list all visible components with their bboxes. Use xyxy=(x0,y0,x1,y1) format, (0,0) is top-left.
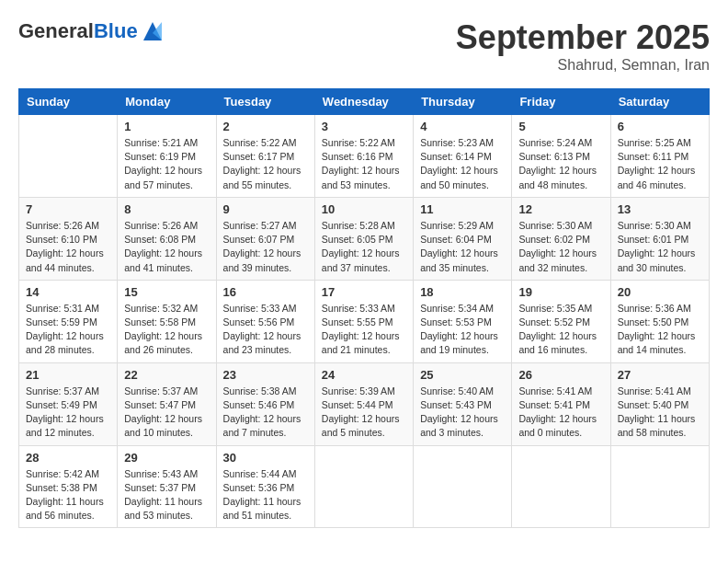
day-number: 26 xyxy=(518,368,603,382)
day-number: 13 xyxy=(618,202,702,216)
calendar-cell: 14Sunrise: 5:31 AM Sunset: 5:59 PM Dayli… xyxy=(19,280,118,362)
calendar-cell: 21Sunrise: 5:37 AM Sunset: 5:49 PM Dayli… xyxy=(19,362,118,445)
weekday-header: Tuesday xyxy=(216,89,314,115)
calendar-cell: 15Sunrise: 5:32 AM Sunset: 5:58 PM Dayli… xyxy=(118,280,216,362)
calendar-cell: 16Sunrise: 5:33 AM Sunset: 5:56 PM Dayli… xyxy=(216,280,314,362)
day-info: Sunrise: 5:38 AM Sunset: 5:46 PM Dayligh… xyxy=(223,385,308,441)
day-number: 11 xyxy=(420,202,505,216)
calendar-cell: 8Sunrise: 5:26 AM Sunset: 6:08 PM Daylig… xyxy=(118,197,216,280)
day-number: 1 xyxy=(124,120,209,133)
day-number: 6 xyxy=(618,120,702,133)
weekday-header: Friday xyxy=(512,89,610,115)
day-number: 2 xyxy=(223,120,308,133)
day-info: Sunrise: 5:22 AM Sunset: 6:16 PM Dayligh… xyxy=(322,136,406,192)
calendar-cell: 3Sunrise: 5:22 AM Sunset: 6:16 PM Daylig… xyxy=(314,115,413,198)
calendar-cell: 25Sunrise: 5:40 AM Sunset: 5:43 PM Dayli… xyxy=(414,362,512,445)
day-info: Sunrise: 5:22 AM Sunset: 6:17 PM Dayligh… xyxy=(223,136,308,192)
calendar-week-row: 28Sunrise: 5:42 AM Sunset: 5:38 PM Dayli… xyxy=(19,445,710,528)
day-number: 12 xyxy=(518,202,603,216)
calendar-cell xyxy=(19,115,118,198)
day-number: 18 xyxy=(420,285,505,299)
calendar-cell: 18Sunrise: 5:34 AM Sunset: 5:53 PM Dayli… xyxy=(414,280,512,362)
day-info: Sunrise: 5:24 AM Sunset: 6:13 PM Dayligh… xyxy=(518,136,603,192)
calendar-cell: 7Sunrise: 5:26 AM Sunset: 6:10 PM Daylig… xyxy=(19,197,118,280)
calendar-cell: 13Sunrise: 5:30 AM Sunset: 6:01 PM Dayli… xyxy=(610,197,709,280)
day-info: Sunrise: 5:36 AM Sunset: 5:50 PM Dayligh… xyxy=(618,302,702,358)
day-info: Sunrise: 5:43 AM Sunset: 5:37 PM Dayligh… xyxy=(124,467,209,523)
calendar-cell: 27Sunrise: 5:41 AM Sunset: 5:40 PM Dayli… xyxy=(610,362,709,445)
calendar-cell: 19Sunrise: 5:35 AM Sunset: 5:52 PM Dayli… xyxy=(512,280,610,362)
day-number: 4 xyxy=(420,120,505,133)
day-number: 30 xyxy=(223,451,308,465)
day-number: 17 xyxy=(322,285,406,299)
calendar-cell: 20Sunrise: 5:36 AM Sunset: 5:50 PM Dayli… xyxy=(610,280,709,362)
day-number: 28 xyxy=(26,451,110,465)
calendar-week-row: 7Sunrise: 5:26 AM Sunset: 6:10 PM Daylig… xyxy=(19,197,710,280)
day-number: 22 xyxy=(124,368,209,382)
weekday-header: Wednesday xyxy=(314,89,413,115)
day-info: Sunrise: 5:35 AM Sunset: 5:52 PM Dayligh… xyxy=(518,302,603,358)
calendar-week-row: 1Sunrise: 5:21 AM Sunset: 6:19 PM Daylig… xyxy=(19,115,710,198)
calendar-cell: 12Sunrise: 5:30 AM Sunset: 6:02 PM Dayli… xyxy=(512,197,610,280)
calendar-cell: 26Sunrise: 5:41 AM Sunset: 5:41 PM Dayli… xyxy=(512,362,610,445)
weekday-header: Sunday xyxy=(19,89,118,115)
day-info: Sunrise: 5:30 AM Sunset: 6:01 PM Dayligh… xyxy=(618,219,702,275)
calendar-cell: 4Sunrise: 5:23 AM Sunset: 6:14 PM Daylig… xyxy=(414,115,512,198)
logo-general: General xyxy=(18,19,94,42)
day-info: Sunrise: 5:30 AM Sunset: 6:02 PM Dayligh… xyxy=(518,219,603,275)
calendar-cell: 11Sunrise: 5:29 AM Sunset: 6:04 PM Dayli… xyxy=(414,197,512,280)
weekday-header: Thursday xyxy=(414,89,512,115)
day-number: 9 xyxy=(223,202,308,216)
day-info: Sunrise: 5:32 AM Sunset: 5:58 PM Dayligh… xyxy=(124,302,209,358)
day-number: 5 xyxy=(518,120,603,133)
logo-icon xyxy=(140,18,165,44)
calendar-cell: 28Sunrise: 5:42 AM Sunset: 5:38 PM Dayli… xyxy=(19,445,118,528)
day-info: Sunrise: 5:25 AM Sunset: 6:11 PM Dayligh… xyxy=(618,136,702,192)
calendar-cell: 10Sunrise: 5:28 AM Sunset: 6:05 PM Dayli… xyxy=(314,197,413,280)
day-info: Sunrise: 5:37 AM Sunset: 5:49 PM Dayligh… xyxy=(26,385,110,441)
day-number: 19 xyxy=(518,285,603,299)
weekday-header: Monday xyxy=(118,89,216,115)
day-number: 20 xyxy=(618,285,702,299)
day-info: Sunrise: 5:37 AM Sunset: 5:47 PM Dayligh… xyxy=(124,385,209,441)
calendar-cell xyxy=(314,445,413,528)
weekday-header-row: SundayMondayTuesdayWednesdayThursdayFrid… xyxy=(19,89,710,115)
calendar-cell: 2Sunrise: 5:22 AM Sunset: 6:17 PM Daylig… xyxy=(216,115,314,198)
day-info: Sunrise: 5:29 AM Sunset: 6:04 PM Dayligh… xyxy=(420,219,505,275)
calendar-cell xyxy=(414,445,512,528)
calendar-cell: 1Sunrise: 5:21 AM Sunset: 6:19 PM Daylig… xyxy=(118,115,216,198)
day-number: 29 xyxy=(124,451,209,465)
page-header: GeneralBlue September 2025 Shahrud, Semn… xyxy=(18,18,710,74)
day-number: 14 xyxy=(26,285,110,299)
day-info: Sunrise: 5:39 AM Sunset: 5:44 PM Dayligh… xyxy=(322,385,406,441)
calendar-cell: 23Sunrise: 5:38 AM Sunset: 5:46 PM Dayli… xyxy=(216,362,314,445)
day-info: Sunrise: 5:40 AM Sunset: 5:43 PM Dayligh… xyxy=(420,385,505,441)
day-info: Sunrise: 5:23 AM Sunset: 6:14 PM Dayligh… xyxy=(420,136,505,192)
day-info: Sunrise: 5:28 AM Sunset: 6:05 PM Dayligh… xyxy=(322,219,406,275)
calendar-cell xyxy=(512,445,610,528)
month-title: September 2025 xyxy=(456,18,710,57)
calendar-cell: 5Sunrise: 5:24 AM Sunset: 6:13 PM Daylig… xyxy=(512,115,610,198)
day-info: Sunrise: 5:34 AM Sunset: 5:53 PM Dayligh… xyxy=(420,302,505,358)
day-number: 24 xyxy=(322,368,406,382)
calendar-cell: 29Sunrise: 5:43 AM Sunset: 5:37 PM Dayli… xyxy=(118,445,216,528)
day-info: Sunrise: 5:42 AM Sunset: 5:38 PM Dayligh… xyxy=(26,467,110,523)
calendar-cell: 30Sunrise: 5:44 AM Sunset: 5:36 PM Dayli… xyxy=(216,445,314,528)
calendar-cell xyxy=(610,445,709,528)
day-number: 16 xyxy=(223,285,308,299)
day-info: Sunrise: 5:21 AM Sunset: 6:19 PM Dayligh… xyxy=(124,136,209,192)
logo-blue: Blue xyxy=(94,19,138,42)
day-info: Sunrise: 5:33 AM Sunset: 5:56 PM Dayligh… xyxy=(223,302,308,358)
calendar-table: SundayMondayTuesdayWednesdayThursdayFrid… xyxy=(18,88,710,528)
calendar-cell: 17Sunrise: 5:33 AM Sunset: 5:55 PM Dayli… xyxy=(314,280,413,362)
weekday-header: Saturday xyxy=(610,89,709,115)
day-info: Sunrise: 5:31 AM Sunset: 5:59 PM Dayligh… xyxy=(26,302,110,358)
day-info: Sunrise: 5:27 AM Sunset: 6:07 PM Dayligh… xyxy=(223,219,308,275)
day-number: 3 xyxy=(322,120,406,133)
day-info: Sunrise: 5:44 AM Sunset: 5:36 PM Dayligh… xyxy=(223,467,308,523)
logo: GeneralBlue xyxy=(18,18,165,44)
day-number: 21 xyxy=(26,368,110,382)
calendar-cell: 24Sunrise: 5:39 AM Sunset: 5:44 PM Dayli… xyxy=(314,362,413,445)
day-number: 10 xyxy=(322,202,406,216)
day-number: 15 xyxy=(124,285,209,299)
